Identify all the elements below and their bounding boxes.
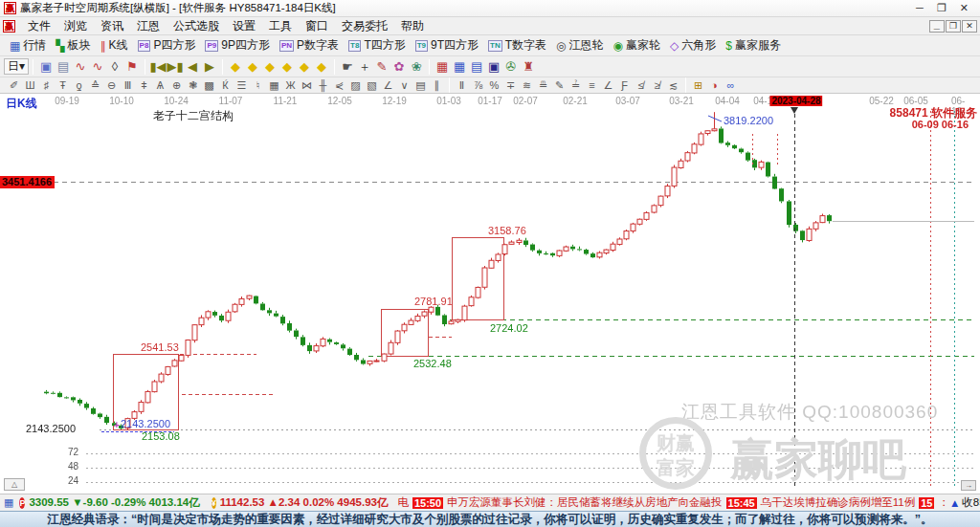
draw-tool-0-20[interactable]: ⋞ [331, 78, 347, 93]
tool-icon-0-5[interactable]: ⚑ [123, 58, 141, 76]
tool-icon-2-4[interactable]: ◆ [296, 58, 313, 76]
tool-icon-4-1[interactable]: ▦ [451, 58, 468, 76]
draw-tool-0-7[interactable]: Ⅲ [120, 78, 136, 93]
menu-资讯[interactable]: 资讯 [94, 16, 130, 36]
date-tick[interactable]: 03-07 [615, 96, 640, 106]
date-tick[interactable]: 10-24 [164, 96, 189, 106]
tool-icon-4-0[interactable]: ▦ [434, 58, 451, 76]
draw-extra-2[interactable]: ∞ [723, 78, 739, 93]
date-tick[interactable]: 03-21 [669, 96, 694, 106]
tool-icon-4-3[interactable]: ▣ [485, 58, 502, 76]
draw-tool-1-2[interactable]: % [486, 78, 502, 93]
date-tick[interactable]: 12-05 [327, 96, 352, 106]
menu-浏览[interactable]: 浏览 [57, 16, 94, 36]
draw-tool-0-26[interactable]: ∥ [429, 78, 445, 93]
sectors-button[interactable]: ▚板块 [52, 35, 96, 55]
date-tick[interactable]: 01-17 [478, 96, 502, 106]
draw-tool-0-22[interactable]: ▧ [364, 78, 380, 93]
menu-交易委托[interactable]: 交易委托 [335, 16, 394, 36]
t-square-button[interactable]: T8T四方形 [345, 35, 412, 55]
tool-icon-3-0[interactable]: ☛ [339, 58, 356, 76]
winner-wheel-button[interactable]: ◉赢家轮 [610, 35, 666, 55]
draw-tool-1-6[interactable]: ✎ [551, 78, 568, 93]
p-square-button[interactable]: P8P四方形 [134, 35, 202, 55]
tool-icon-0-1[interactable]: ▤ [55, 58, 72, 76]
draw-tool-0-24[interactable]: ∨ [396, 78, 412, 93]
draw-tool-0-3[interactable]: Ŧ [55, 78, 71, 93]
tool-icon-0-4[interactable]: ◊ [106, 58, 123, 76]
draw-tool-0-13[interactable]: Ќ [217, 78, 234, 93]
draw-tool-1-13[interactable]: ≲ [665, 78, 681, 93]
t-table-button[interactable]: TNT数字表 [484, 35, 552, 55]
draw-tool-1-5[interactable]: ≞ [535, 78, 551, 93]
menu-帮助[interactable]: 帮助 [394, 16, 431, 36]
draw-tool-0-15[interactable]: ♮ [250, 78, 266, 93]
draw-tool-0-0[interactable]: ✐ [6, 78, 22, 93]
gann-wheel-button[interactable]: ◎江恩轮 [552, 35, 609, 55]
draw-tool-0-23[interactable]: ∠ [380, 78, 396, 93]
draw-tool-1-12[interactable]: ≱ [649, 78, 665, 93]
tool-icon-2-0[interactable]: ◆ [227, 58, 244, 76]
draw-tool-0-9[interactable]: Ѧ [152, 78, 168, 93]
menu-工具[interactable]: 工具 [262, 16, 299, 36]
draw-tool-1-7[interactable]: ≟ [568, 78, 584, 93]
tool-icon-4-5[interactable]: ♜ [520, 58, 537, 76]
draw-tool-0-4[interactable]: ƍ [71, 78, 87, 93]
draw-tool-0-2[interactable]: ♯ [38, 78, 55, 93]
draw-tool-1-0[interactable]: Ⅱ [454, 78, 470, 93]
date-tick[interactable]: 10-10 [109, 96, 134, 106]
hexagon-button[interactable]: ◇六角形 [666, 35, 722, 55]
date-tick[interactable]: 11-07 [219, 96, 243, 106]
kline-button[interactable]: ∥K线 [97, 35, 134, 55]
draw-tool-1-8[interactable]: ≡ [584, 78, 600, 93]
quotes-button[interactable]: ▦行情 [6, 35, 52, 55]
mdi-restore-button[interactable]: ❐ [946, 20, 961, 33]
shanghai-index-quote[interactable]: 3309.55 ▼-9.60 -0.29% 4013.14亿 [29, 495, 199, 510]
date-tick[interactable]: 04-04 [715, 96, 740, 106]
tool-icon-2-2[interactable]: ◆ [261, 58, 278, 76]
tool-icon-2-5[interactable]: ◆ [313, 58, 330, 76]
shenzhen-index-quote[interactable]: 11142.53 ▲2.34 0.02% 4945.93亿 [220, 495, 389, 510]
news-headline[interactable]: ： [938, 495, 949, 510]
draw-tool-1-1[interactable]: ⅞ [470, 78, 486, 93]
tool-icon-2-1[interactable]: ◆ [244, 58, 261, 76]
news-ticker[interactable]: 15:50申万宏源董事长刘健：居民储蓄将继续从房地产向金融投15:45乌干达埃博… [409, 495, 949, 510]
draw-extra-1[interactable]: ◑ [706, 78, 723, 93]
tool-icon-3-3[interactable]: ✿ [390, 58, 408, 76]
draw-tool-0-17[interactable]: Ж [282, 78, 299, 93]
draw-tool-1-4[interactable]: ≋ [519, 78, 535, 93]
draw-extra-0[interactable]: ⊞ [690, 78, 706, 93]
tool-icon-1-1[interactable]: ▶▮ [167, 58, 184, 76]
draw-tool-0-5[interactable]: ≙ [87, 78, 103, 93]
menu-文件[interactable]: 文件 [21, 16, 57, 36]
menu-公式选股[interactable]: 公式选股 [167, 16, 226, 36]
tool-icon-1-0[interactable]: ▮◀ [149, 58, 167, 76]
draw-tool-0-14[interactable]: ☰ [234, 78, 250, 93]
draw-tool-1-11[interactable]: ≰ [633, 78, 649, 93]
scroll-right-button[interactable]: → [961, 480, 976, 491]
date-tick[interactable]: 12-19 [382, 96, 407, 106]
draw-tool-0-25[interactable]: ▤ [412, 78, 429, 93]
minimize-button[interactable]: ─ [916, 2, 924, 14]
mdi-close-button[interactable]: ✕ [962, 20, 977, 33]
tool-icon-3-2[interactable]: ✎ [373, 58, 390, 76]
tool-icon-0-3[interactable]: ∿ [89, 58, 106, 76]
news-headline[interactable]: 申万宏源董事长刘健：居民储蓄将继续从房地产向金融投 [447, 495, 723, 510]
maximize-button[interactable]: ❐ [937, 2, 947, 14]
draw-tool-0-21[interactable]: ▨ [347, 78, 364, 93]
menu-江恩[interactable]: 江恩 [130, 16, 167, 36]
p-table-button[interactable]: PNP数字表 [276, 35, 345, 55]
tool-icon-0-0[interactable]: ▣ [37, 58, 55, 76]
draw-tool-0-16[interactable]: ▦ [266, 78, 282, 93]
grid-icon[interactable]: ▦ [4, 496, 13, 509]
date-tick[interactable]: 09-19 [55, 96, 79, 106]
t9-square-button[interactable]: T99T四方形 [412, 35, 484, 55]
menu-设置[interactable]: 设置 [226, 16, 262, 36]
tool-icon-4-2[interactable]: ▤ [468, 58, 485, 76]
mdi-minimize-button[interactable]: ＿ [929, 20, 945, 33]
tool-icon-2-3[interactable]: ◆ [278, 58, 296, 76]
news-headline[interactable]: 乌干达埃博拉确诊病例增至11例 [761, 495, 915, 510]
period-dropdown[interactable]: 日▾ [4, 58, 29, 75]
tool-icon-3-1[interactable]: ＋ [356, 58, 373, 76]
draw-tool-0-8[interactable]: ǂ [136, 78, 152, 93]
